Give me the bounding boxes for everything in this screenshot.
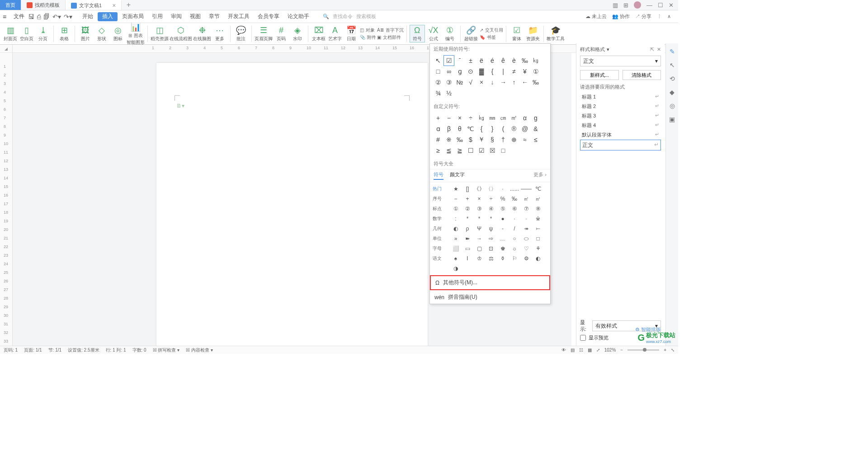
symbol-cell[interactable]: ± — [465, 55, 476, 66]
tab-home[interactable]: 首页 — [0, 0, 21, 10]
symbol-cell[interactable]: ⚘ — [532, 244, 544, 254]
symbol-cell[interactable]: ● — [497, 214, 509, 224]
symbol-cell[interactable]: ⇨ — [485, 234, 497, 244]
symbol-cell[interactable]: ≤ — [530, 134, 541, 145]
symbol-cell[interactable]: - — [497, 224, 509, 234]
status-page-of[interactable]: 页面: 1/1 — [24, 347, 42, 353]
layout-icon[interactable]: ▥ — [613, 2, 618, 9]
symbol-cell[interactable]: 〈〉 — [485, 184, 497, 194]
symbol-cell[interactable]: ⬜ — [450, 244, 462, 254]
zoom-out-icon[interactable]: − — [620, 348, 623, 352]
symbol-cell[interactable]: ≥ — [433, 145, 443, 156]
symbol-cell[interactable]: □ — [532, 234, 544, 244]
symbol-cell[interactable]: → — [473, 234, 485, 244]
rb-equation[interactable]: √X公式 — [426, 25, 441, 42]
symbol-cell[interactable]: ① — [530, 66, 541, 77]
symbol-cell[interactable]: ♔ — [473, 254, 485, 263]
rb-pagebreak[interactable]: ⤓分页 — [35, 25, 51, 42]
rb-table[interactable]: ⊞表格 — [57, 25, 72, 42]
menutab-ref[interactable]: 引用 — [148, 10, 166, 23]
symtab-emoji[interactable]: 颜文字 — [450, 171, 465, 180]
symbol-cell[interactable]: ♚ — [497, 244, 509, 254]
tab-document[interactable]: 文字文稿1× — [66, 0, 122, 10]
new-style-button[interactable]: 新样式... — [580, 70, 619, 80]
symbol-cell[interactable]: » — [450, 234, 462, 244]
pinyin-guide-menuitem[interactable]: wén拼音指南(U) — [430, 290, 550, 304]
style-list-item[interactable]: 默认段落字体↵ — [580, 130, 661, 140]
symbol-cell[interactable]: : — [450, 214, 462, 224]
rb-watermark[interactable]: ◈水印 — [290, 25, 305, 42]
symbol-cell[interactable]: ∞ — [443, 66, 454, 77]
symbol-cell[interactable]: ρ — [462, 224, 473, 234]
symbol-cell[interactable]: ⚖ — [485, 254, 497, 263]
minimize-icon[interactable]: — — [646, 2, 652, 9]
search-command[interactable]: 查找命令 — [333, 13, 353, 20]
symbol-cell[interactable]: ® — [509, 123, 519, 134]
fit-page-icon[interactable]: ⤢ — [596, 348, 600, 352]
cloud-status[interactable]: ☁ 未上云 — [585, 13, 607, 20]
symbol-cell[interactable]: è — [509, 55, 519, 66]
symbol-cell[interactable]: ⑧ — [532, 204, 544, 214]
symbol-cell[interactable]: ▓ — [476, 66, 487, 77]
symbol-cell[interactable]: ◑ — [450, 263, 462, 273]
symbol-cell[interactable]: ☒ — [487, 145, 498, 156]
symbol-cell[interactable]: ‰ — [454, 134, 465, 145]
symbol-cell[interactable]: Ψ — [473, 224, 485, 234]
close-window-icon[interactable]: ✕ — [669, 2, 674, 9]
symbol-cell[interactable]: ê — [498, 55, 509, 66]
maximize-icon[interactable]: ☐ — [658, 2, 663, 9]
symbol-cell[interactable]: ☼ — [509, 244, 520, 254]
rb-attach[interactable]: ◫ 对象📎 附件 — [360, 27, 376, 41]
zoom-in-icon[interactable]: + — [664, 348, 666, 352]
rb-bookmark[interactable]: ↗ 交叉引用🔖 书签 — [480, 27, 503, 41]
hamburger-icon[interactable]: ≡ — [3, 13, 13, 20]
view-outline-icon[interactable]: ▦ — [588, 348, 592, 352]
symbol-cell[interactable]: { — [487, 66, 498, 77]
symbol-cell[interactable]: × — [454, 113, 465, 123]
rb-symbol[interactable]: Ω符号 — [410, 25, 425, 42]
symbol-cell[interactable]: Ⅰ — [462, 254, 473, 263]
rb-wordart[interactable]: A艺术字 — [327, 25, 343, 42]
symbol-cell[interactable]: ¥ — [519, 66, 530, 77]
symbol-cell[interactable]: ☑ — [443, 55, 454, 66]
avatar-icon[interactable] — [634, 1, 641, 9]
menutab-start[interactable]: 开始 — [79, 10, 97, 23]
collab-button[interactable]: 👥 协作 — [612, 13, 630, 20]
symbol-cell[interactable]: ‰ — [530, 77, 541, 88]
symbol-cell[interactable]: ↠ — [520, 224, 532, 234]
style-list-item[interactable]: 标题 4↵ — [580, 121, 661, 130]
rb-smartart[interactable]: 📊⊞ 图表智能图形 — [127, 22, 145, 46]
symbol-cell[interactable]: ℃ — [532, 184, 544, 194]
rb-image[interactable]: 🖼图片 — [78, 25, 93, 42]
symbol-cell[interactable]: ♠ — [450, 254, 462, 263]
redo-icon[interactable]: ↷▾ — [64, 13, 72, 20]
tool-cursor-icon[interactable]: ↖ — [670, 61, 675, 69]
symbol-cell[interactable]: ※ — [443, 134, 454, 145]
symbol-category[interactable]: 标点 — [430, 204, 448, 214]
symbol-cell[interactable]: ˉ — [454, 55, 465, 66]
menutab-insert[interactable]: 插入 — [98, 12, 118, 21]
menutab-section[interactable]: 章节 — [205, 10, 223, 23]
symbol-cell[interactable]: ɡ — [454, 66, 465, 77]
symbol-category[interactable]: 单位 — [430, 234, 448, 244]
symbol-category[interactable]: 序号 — [430, 194, 448, 204]
symbol-cell[interactable]: ♡ — [520, 244, 532, 254]
symbol-cell[interactable]: β — [443, 123, 454, 134]
symbol-cell[interactable]: · — [509, 214, 520, 224]
symbol-cell[interactable]: ㎡ — [509, 113, 519, 123]
paragraph-settings-icon[interactable]: 🗎▾ — [176, 103, 184, 109]
rb-icon[interactable]: ◎图标 — [110, 25, 126, 42]
save-icon[interactable]: 🖫 — [28, 13, 34, 20]
symbol-cell[interactable]: ▢ — [473, 244, 485, 254]
symbol-cell[interactable]: ㎝ — [498, 113, 509, 123]
rb-date[interactable]: 📅日期 — [344, 25, 359, 42]
symbol-cell[interactable]: ψ — [485, 224, 497, 234]
menutab-review[interactable]: 审阅 — [167, 10, 185, 23]
print-icon[interactable]: ⎙ — [37, 13, 41, 20]
symbol-cell[interactable]: ⤚ — [532, 224, 544, 234]
rb-hyperlink[interactable]: 🔗超链接 — [463, 25, 479, 42]
symbol-cell[interactable]: ↑ — [509, 77, 519, 88]
symbol-cell[interactable]: é — [487, 55, 498, 66]
document-page[interactable]: 🗎▾ — [156, 63, 428, 346]
symbol-cell[interactable]: —— — [520, 184, 532, 194]
